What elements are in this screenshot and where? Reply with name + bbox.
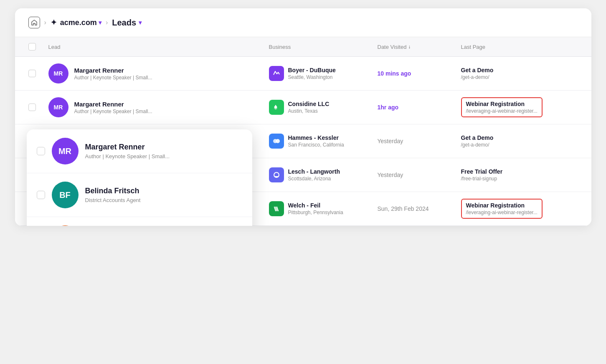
floating-panel: MR Margaret Renner Author | Keynote Spea… [27,129,252,226]
last-page-url: /free-trial-signup [461,176,578,182]
business-cell: Welch - Feil Pittsburgh, Pennsylvania [269,201,378,216]
row-checkbox[interactable] [28,104,36,111]
table-row[interactable]: MR Margaret Renner Author | Keynote Spea… [15,91,591,124]
lead-name: Margaret Renner [74,67,152,74]
th-date-label: Date Visited [378,44,407,50]
th-checkbox [28,43,48,51]
date-cell: Yesterday [378,138,461,144]
last-page-cell: Webinar Registration/leveraging-ai-webin… [461,97,578,117]
panel-list-item[interactable]: BF Belinda Fritsch District Accounts Age… [27,173,252,217]
th-business-label: Business [269,44,291,50]
company-chevron: ▾ [99,19,101,26]
last-page-url: /get-a-demo/ [461,74,578,80]
biz-location: Seattle, Washington [288,74,336,80]
last-page-url: /leveraging-ai-webinar-register... [466,210,538,215]
panel-lead-info: Margaret Renner Author | Keynote Speaker… [85,143,170,159]
biz-info: Welch - Feil Pittsburgh, Pennsylvania [288,202,343,215]
biz-name: Welch - Feil [288,202,343,209]
lead-info: Margaret Renner Author | Keynote Speaker… [74,101,152,114]
lead-cell: MR Margaret Renner Author | Keynote Spea… [48,63,269,83]
panel-checkbox[interactable] [37,191,45,199]
biz-logo [269,134,284,149]
biz-location: Austin, Texas [288,108,330,114]
th-lead-label: Lead [48,44,61,50]
panel-list-item[interactable]: TB Todd Blanda Investor Accounts Associa… [27,217,252,226]
lead-name: Margaret Renner [74,101,152,108]
sep-1: › [44,19,46,26]
spark-icon: ✦ [51,18,57,27]
company-label: acme.com [60,18,97,27]
breadcrumb: › ✦ acme.com ▾ › Leads ▾ [15,8,591,37]
business-cell: Lesch - Langworth Scottsdale, Arizona [269,167,378,182]
panel-lead-title: District Accounts Agent [85,197,141,203]
last-page-cell: Webinar Registration/leveraging-ai-webin… [461,199,578,219]
company-breadcrumb[interactable]: acme.com ▾ [60,18,101,27]
leads-label: Leads [112,18,136,28]
biz-info: Hammes - Kessler San Francisco, Californ… [288,134,344,148]
biz-location: Scottsdale, Arizona [288,176,340,182]
panel-checkbox[interactable] [37,147,45,155]
date-cell: 1hr ago [378,104,461,111]
business-cell: Considine LLC Austin, Texas [269,100,378,115]
lead-title: Author | Keynote Speaker | Small... [74,75,152,81]
biz-name: Considine LLC [288,101,330,107]
date-cell: Yesterday [378,172,461,178]
last-page-title: Webinar Registration [466,101,538,107]
th-business: Business [269,44,378,50]
date-cell: 10 mins ago [378,70,461,77]
biz-logo [269,66,284,81]
panel-list-item[interactable]: MR Margaret Renner Author | Keynote Spea… [27,129,252,173]
biz-name: Lesch - Langworth [288,168,340,175]
lead-cell: MR Margaret Renner Author | Keynote Spea… [48,97,269,117]
biz-location: San Francisco, California [288,142,344,148]
panel-lead-name: Margaret Renner [85,143,170,152]
leads-breadcrumb[interactable]: Leads ▾ [112,18,142,28]
leads-chevron: ▾ [139,19,142,26]
business-cell: Boyer - DuBuque Seattle, Washington [269,66,378,81]
row-checkbox-cell [28,70,48,77]
last-page-url: /get-a-demo/ [461,142,578,148]
panel-lead-info: Belinda Fritsch District Accounts Agent [85,187,141,203]
lead-info: Margaret Renner Author | Keynote Speaker… [74,67,152,81]
row-checkbox-cell [28,104,48,111]
th-lead: Lead [48,44,269,50]
biz-name: Boyer - DuBuque [288,67,336,73]
panel-lead-title: Author | Keynote Speaker | Small... [85,153,170,159]
select-all-checkbox[interactable] [28,43,36,51]
biz-location: Pittsburgh, Pennsylvania [288,210,343,215]
table-header: Lead Business Date Visited ↓ Last Page [15,37,591,57]
date-cell: Sun, 29th Feb 2024 [378,205,461,212]
panel-avatar: BF [52,182,79,208]
lead-title: Author | Keynote Speaker | Small... [74,109,152,114]
th-last-page: Last Page [461,44,578,50]
biz-logo [269,100,284,115]
th-date-visited[interactable]: Date Visited ↓ [378,44,461,50]
last-page-title: Webinar Registration [466,202,538,209]
business-cell: Hammes - Kessler San Francisco, Californ… [269,134,378,149]
panel-avatar: TB [52,225,79,226]
sort-arrow-icon: ↓ [408,44,411,50]
biz-logo [269,201,284,216]
sep-2: › [106,19,108,26]
last-page-title: Get a Demo [461,67,578,73]
biz-info: Boyer - DuBuque Seattle, Washington [288,67,336,80]
biz-info: Considine LLC Austin, Texas [288,101,330,114]
biz-info: Lesch - Langworth Scottsdale, Arizona [288,168,340,182]
lead-avatar: MR [48,63,68,83]
th-last-page-label: Last Page [461,44,486,50]
main-container: › ✦ acme.com ▾ › Leads ▾ Lead Business D… [15,8,591,226]
panel-lead-name: Belinda Fritsch [85,187,141,195]
last-page-cell: Get a Demo/get-a-demo/ [461,67,578,80]
lead-avatar: MR [48,97,68,117]
last-page-title: Get a Demo [461,134,578,141]
home-icon[interactable] [28,17,40,28]
biz-logo [269,167,284,182]
last-page-url: /leveraging-ai-webinar-register... [466,108,538,114]
panel-avatar: MR [52,138,79,164]
row-checkbox[interactable] [28,70,36,77]
last-page-title: Free Trial Offer [461,168,578,175]
svg-point-1 [276,139,280,143]
last-page-cell: Free Trial Offer/free-trial-signup [461,168,578,182]
table-row[interactable]: MR Margaret Renner Author | Keynote Spea… [15,57,591,91]
biz-name: Hammes - Kessler [288,134,344,141]
